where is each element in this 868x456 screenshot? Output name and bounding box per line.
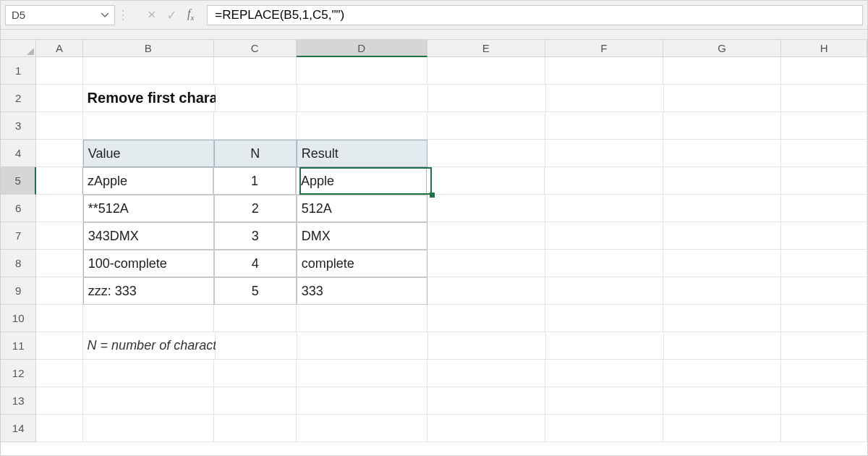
table-cell-result[interactable]: Apple [296, 167, 427, 195]
cell[interactable] [663, 140, 781, 167]
cell[interactable] [36, 250, 82, 277]
cell[interactable] [781, 250, 867, 277]
cell[interactable] [214, 387, 297, 415]
cell[interactable]: N = number of characters to remove [83, 332, 216, 360]
chevron-down-icon[interactable] [97, 13, 113, 17]
cell[interactable] [297, 85, 428, 112]
cell[interactable] [781, 85, 867, 112]
col-header-D[interactable]: D [297, 40, 427, 57]
cell[interactable] [781, 332, 867, 360]
cell[interactable] [83, 387, 214, 415]
cell[interactable]: Remove first character [83, 85, 216, 112]
col-header-F[interactable]: F [545, 40, 663, 56]
cell[interactable] [545, 112, 663, 140]
cell[interactable] [663, 112, 781, 140]
table-header-result[interactable]: Result [297, 140, 427, 167]
table-cell-value[interactable]: zApple [82, 167, 213, 195]
col-header-E[interactable]: E [427, 40, 545, 56]
row-header[interactable]: 12 [1, 360, 36, 387]
row-header[interactable]: 6 [1, 195, 36, 222]
table-cell-n[interactable]: 5 [214, 277, 297, 305]
cell[interactable] [427, 167, 545, 195]
table-cell-value[interactable]: zzz: 333 [83, 277, 214, 305]
cell[interactable] [36, 360, 82, 387]
cell[interactable] [428, 85, 546, 112]
cell[interactable] [83, 57, 214, 85]
cell[interactable] [83, 305, 214, 332]
cell[interactable] [663, 57, 781, 85]
cell[interactable] [545, 277, 663, 305]
cell[interactable] [546, 85, 664, 112]
cell[interactable] [781, 167, 867, 195]
table-header-value[interactable]: Value [83, 140, 214, 167]
table-cell-value[interactable]: 343DMX [83, 222, 214, 250]
cell[interactable] [781, 112, 867, 140]
cell[interactable] [36, 277, 82, 305]
row-header[interactable]: 3 [1, 112, 36, 140]
cell[interactable] [545, 360, 663, 387]
cell[interactable] [663, 277, 781, 305]
cell[interactable] [545, 195, 663, 222]
cell[interactable] [663, 360, 781, 387]
cell[interactable] [427, 415, 545, 442]
cell[interactable] [545, 305, 663, 332]
table-header-n[interactable]: N [214, 140, 297, 167]
table-cell-result[interactable]: DMX [297, 222, 427, 250]
cell[interactable] [545, 167, 663, 195]
cell[interactable] [36, 57, 82, 85]
cell[interactable] [427, 195, 545, 222]
table-cell-result[interactable]: 333 [297, 277, 427, 305]
row-header[interactable]: 8 [1, 250, 36, 277]
name-box[interactable] [6, 6, 97, 25]
cell[interactable] [664, 332, 782, 360]
cell[interactable] [297, 112, 427, 140]
cell[interactable] [214, 112, 297, 140]
cell[interactable] [427, 277, 545, 305]
cell[interactable] [781, 360, 867, 387]
table-cell-result[interactable]: complete [297, 250, 427, 277]
cell[interactable] [214, 57, 297, 85]
cell[interactable] [545, 140, 663, 167]
cell[interactable] [36, 85, 82, 112]
row-header[interactable]: 4 [1, 140, 36, 167]
cell[interactable] [216, 85, 298, 112]
col-header-B[interactable]: B [83, 40, 214, 56]
cell[interactable] [297, 415, 427, 442]
cell[interactable] [545, 387, 663, 415]
cell[interactable] [214, 305, 297, 332]
cell[interactable] [781, 222, 867, 250]
row-header[interactable]: 2 [1, 85, 36, 112]
cell[interactable] [664, 85, 782, 112]
cell[interactable] [36, 222, 82, 250]
table-cell-result[interactable]: 512A [297, 195, 427, 222]
cell[interactable] [297, 332, 428, 360]
cell[interactable] [427, 222, 545, 250]
cell[interactable] [545, 57, 663, 85]
cell[interactable] [297, 305, 427, 332]
fx-icon[interactable]: fx [187, 7, 194, 22]
cell[interactable] [427, 387, 545, 415]
col-header-H[interactable]: H [781, 40, 867, 56]
row-header[interactable]: 7 [1, 222, 36, 250]
cell[interactable] [35, 167, 82, 195]
cell[interactable] [427, 305, 545, 332]
row-header[interactable]: 9 [1, 277, 36, 305]
cell[interactable] [427, 360, 545, 387]
row-header[interactable]: 5 [1, 167, 36, 195]
table-cell-n[interactable]: 4 [214, 250, 297, 277]
cell[interactable] [545, 250, 663, 277]
table-cell-n[interactable]: 2 [214, 195, 297, 222]
cancel-icon[interactable]: ✕ [147, 8, 156, 22]
cell[interactable] [781, 387, 867, 415]
table-cell-value[interactable]: 100-complete [83, 250, 214, 277]
row-header[interactable]: 14 [1, 415, 36, 442]
row-header[interactable]: 10 [1, 305, 36, 332]
cell[interactable] [663, 250, 781, 277]
row-header[interactable]: 1 [1, 57, 36, 85]
cell[interactable] [297, 360, 427, 387]
cell[interactable] [663, 305, 781, 332]
cell[interactable] [781, 305, 867, 332]
table-cell-n[interactable]: 1 [213, 167, 296, 195]
name-box-container[interactable] [5, 5, 115, 25]
cell[interactable] [214, 415, 297, 442]
